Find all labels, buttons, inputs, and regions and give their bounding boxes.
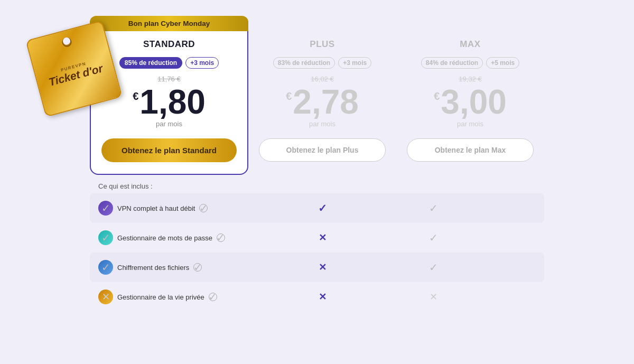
privacy-plus-cross: ✕ bbox=[396, 291, 470, 303]
standard-discount-badge: 85% de réduction bbox=[119, 57, 182, 69]
files-feature-name-cell: ✓ Chiffrement des fichiers ✓ bbox=[90, 260, 248, 275]
max-plan-name: MAX bbox=[407, 39, 534, 50]
max-original-price: 19,32 € bbox=[407, 75, 534, 83]
main-layout: Bon plan Cyber Monday STANDARD 85% de ré… bbox=[90, 16, 544, 312]
feature-row-password: ✓ Gestionnaire de mots de passe ✓ ✕ ✓ bbox=[90, 223, 544, 253]
password-standard-cross: ✕ bbox=[248, 232, 396, 244]
password-info-icon[interactable]: ✓ bbox=[217, 234, 225, 242]
files-info-icon[interactable]: ✓ bbox=[193, 263, 202, 272]
privacy-info-icon[interactable]: ✓ bbox=[209, 293, 217, 301]
password-icon: ✓ bbox=[98, 230, 113, 245]
standard-price: 1,80 bbox=[139, 85, 206, 119]
files-plus-check: ✓ bbox=[396, 261, 470, 274]
plans-grid: Bon plan Cyber Monday STANDARD 85% de ré… bbox=[90, 16, 544, 175]
feature-row-vpn: ✓ VPN complet à haut débit ✓ ✓ ✓ bbox=[90, 193, 544, 223]
vpn-plus-check: ✓ bbox=[396, 202, 470, 214]
password-plus-check: ✓ bbox=[396, 231, 470, 244]
vpn-feature-name-cell: ✓ VPN complet à haut débit ✓ bbox=[90, 201, 248, 216]
standard-cta-button[interactable]: Obtenez le plan Standard bbox=[101, 138, 237, 162]
files-icon: ✓ bbox=[98, 260, 113, 275]
features-label: Ce qui est inclus : bbox=[90, 175, 544, 193]
standard-currency: € bbox=[133, 90, 138, 102]
vpn-icon: ✓ bbox=[98, 201, 113, 216]
privacy-feature-label: Gestionnaire de la vie privée bbox=[117, 293, 204, 301]
password-feature-name-cell: ✓ Gestionnaire de mots de passe ✓ bbox=[90, 230, 248, 245]
feature-row-privacy: ✕ Gestionnaire de la vie privée ✓ ✕ ✕ bbox=[90, 282, 544, 312]
plus-cta-button[interactable]: Obtenez le plan Plus bbox=[259, 138, 386, 162]
files-feature-label: Chiffrement des fichiers bbox=[117, 264, 189, 272]
plan-max: MAX 84% de réduction +5 mois 19,32 € € 3… bbox=[396, 16, 544, 175]
feature-row-files: ✓ Chiffrement des fichiers ✓ ✕ ✓ bbox=[90, 253, 544, 282]
max-currency: € bbox=[434, 90, 440, 102]
max-price-row: € 3,00 bbox=[407, 85, 534, 119]
max-cta-button[interactable]: Obtenez le plan Max bbox=[407, 138, 534, 162]
max-bonus-badge: +5 mois bbox=[486, 57, 519, 69]
ticket-hole bbox=[62, 36, 71, 45]
plan-plus: PLUS 83% de réduction +3 mois 16,02 € € … bbox=[248, 16, 396, 175]
vpn-info-icon[interactable]: ✓ bbox=[199, 204, 208, 212]
vpn-standard-check: ✓ bbox=[248, 202, 396, 214]
max-per-month: par mois bbox=[407, 120, 534, 128]
password-feature-label: Gestionnaire de mots de passe bbox=[117, 234, 212, 242]
plus-discount-badge: 83% de réduction bbox=[273, 57, 335, 69]
plus-discount-row: 83% de réduction +3 mois bbox=[259, 57, 386, 69]
max-discount-badge: 84% de réduction bbox=[421, 57, 483, 69]
page-wrapper: purevpn Ticket d'or Bon plan Cyber Monda… bbox=[0, 0, 634, 364]
plus-plan-name: PLUS bbox=[259, 39, 386, 50]
privacy-feature-name-cell: ✕ Gestionnaire de la vie privée ✓ bbox=[90, 290, 248, 304]
privacy-standard-cross: ✕ bbox=[248, 291, 396, 303]
standard-discount-row: 85% de réduction +3 mois bbox=[101, 57, 237, 69]
ticket-tag-inner: purevpn Ticket d'or bbox=[25, 20, 123, 117]
standard-original-price: 11,76 € bbox=[101, 75, 237, 83]
files-standard-cross: ✕ bbox=[248, 262, 396, 273]
plus-per-month: par mois bbox=[259, 120, 386, 128]
plus-price: 2,78 bbox=[293, 85, 359, 119]
privacy-icon: ✕ bbox=[98, 290, 113, 304]
standard-price-row: € 1,80 bbox=[101, 85, 237, 119]
standard-bonus-badge: +3 mois bbox=[185, 57, 219, 69]
plus-currency: € bbox=[286, 90, 292, 102]
vpn-feature-label: VPN complet à haut débit bbox=[117, 204, 195, 212]
max-discount-row: 84% de réduction +5 mois bbox=[407, 57, 534, 69]
standard-per-month: par mois bbox=[101, 120, 237, 128]
plus-bonus-badge: +3 mois bbox=[338, 57, 371, 69]
plus-price-row: € 2,78 bbox=[259, 85, 386, 119]
ticket-tag: purevpn Ticket d'or bbox=[34, 29, 119, 114]
max-price: 3,00 bbox=[441, 85, 507, 119]
plus-original-price: 16,02 € bbox=[259, 75, 386, 83]
standard-plan-name: STANDARD bbox=[101, 39, 237, 50]
